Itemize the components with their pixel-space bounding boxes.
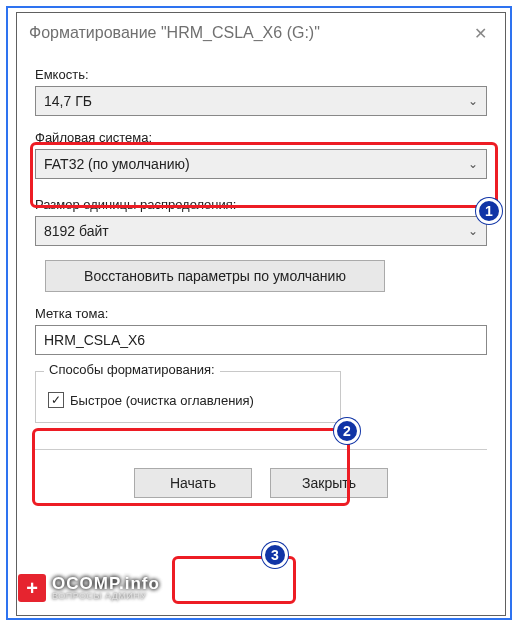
quick-format-row[interactable]: ✓ Быстрое (очистка оглавления) <box>48 392 328 408</box>
quick-format-label: Быстрое (очистка оглавления) <box>70 393 254 408</box>
start-button[interactable]: Начать <box>134 468 252 498</box>
close-icon[interactable]: ✕ <box>463 18 497 48</box>
titlebar: Форматирование "HRM_CSLA_X6 (G:)" ✕ <box>17 13 505 53</box>
allocation-value: 8192 байт <box>44 223 109 239</box>
allocation-combo[interactable]: 8192 байт ⌄ <box>35 216 487 246</box>
capacity-combo[interactable]: 14,7 ГБ ⌄ <box>35 86 487 116</box>
quick-format-checkbox[interactable]: ✓ <box>48 392 64 408</box>
allocation-label: Размер единицы распределения: <box>35 197 487 212</box>
volume-input[interactable]: HRM_CSLA_X6 <box>35 325 487 355</box>
chevron-down-icon: ⌄ <box>468 157 478 171</box>
volume-value: HRM_CSLA_X6 <box>44 332 145 348</box>
dialog-content: Емкость: 14,7 ГБ ⌄ Файловая система: FAT… <box>17 53 505 510</box>
filesystem-combo[interactable]: FAT32 (по умолчанию) ⌄ <box>35 149 487 179</box>
close-button[interactable]: Закрыть <box>270 468 388 498</box>
filesystem-value: FAT32 (по умолчанию) <box>44 156 190 172</box>
capacity-value: 14,7 ГБ <box>44 93 92 109</box>
volume-label: Метка тома: <box>35 306 487 321</box>
chevron-down-icon: ⌄ <box>468 94 478 108</box>
filesystem-label: Файловая система: <box>35 130 487 145</box>
chevron-down-icon: ⌄ <box>468 224 478 238</box>
format-options-group: Способы форматирования: ✓ Быстрое (очист… <box>35 371 341 423</box>
format-dialog: Форматирование "HRM_CSLA_X6 (G:)" ✕ Емко… <box>16 12 506 616</box>
screenshot-frame: Форматирование "HRM_CSLA_X6 (G:)" ✕ Емко… <box>6 6 512 620</box>
restore-defaults-button[interactable]: Восстановить параметры по умолчанию <box>45 260 385 292</box>
window-title: Форматирование "HRM_CSLA_X6 (G:)" <box>29 24 463 42</box>
capacity-label: Емкость: <box>35 67 487 82</box>
button-row: Начать Закрыть <box>35 468 487 510</box>
divider <box>35 449 487 450</box>
format-options-title: Способы форматирования: <box>44 362 220 377</box>
